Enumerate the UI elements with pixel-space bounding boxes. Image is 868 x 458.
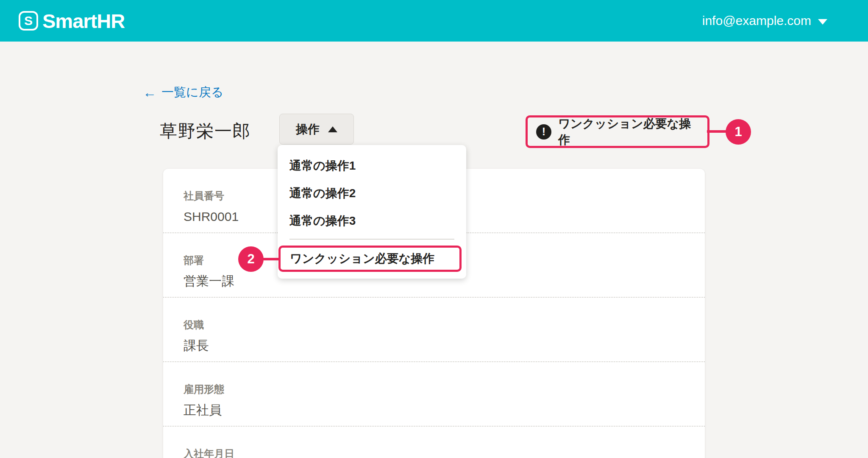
menu-item-normal-1[interactable]: 通常の操作1 — [278, 152, 466, 179]
field-row-position: 役職 課長 — [163, 298, 705, 362]
brand-wordmark: SmartHR — [42, 9, 125, 33]
back-link-label: 一覧に戻る — [161, 84, 223, 101]
actions-button-label: 操作 — [296, 121, 320, 137]
chevron-up-icon — [328, 126, 337, 132]
actions-dropdown-button[interactable]: 操作 — [279, 114, 354, 145]
logo-letter: S — [24, 14, 33, 27]
callout-label: ワンクッション必要な操作 — [558, 116, 699, 148]
actions-dropdown-menu: 通常の操作1 通常の操作2 通常の操作3 ワンクッション必要な操作 — [278, 145, 466, 279]
field-label: 雇用形態 — [184, 384, 684, 394]
menu-item-cautioned[interactable]: ワンクッション必要な操作 — [281, 248, 434, 270]
annotation-badge-2: 2 — [238, 246, 264, 272]
app-header: S SmartHR info@example.com — [0, 0, 868, 42]
exclamation-icon: ! — [536, 124, 551, 140]
smarthr-logo[interactable]: S SmartHR — [19, 9, 125, 33]
field-value: 課長 — [184, 339, 684, 352]
annotation-badge-1: 1 — [726, 119, 751, 145]
field-row-hire-date: 入社年月日 — [163, 427, 705, 458]
field-value: 正社員 — [184, 404, 684, 416]
menu-item-normal-3[interactable]: 通常の操作3 — [278, 207, 466, 235]
account-menu[interactable]: info@example.com — [702, 14, 827, 28]
field-row-employment-type: 雇用形態 正社員 — [163, 362, 705, 427]
menu-divider — [289, 239, 454, 240]
field-label: 入社年月日 — [184, 449, 684, 458]
field-label: 役職 — [184, 320, 684, 330]
caution-callout: ! ワンクッション必要な操作 — [526, 115, 709, 148]
annotation-connector-1 — [707, 130, 728, 133]
menu-item-normal-2[interactable]: 通常の操作2 — [278, 179, 466, 207]
account-email: info@example.com — [702, 14, 811, 28]
chevron-down-icon — [818, 19, 827, 25]
left-arrow-icon: ← — [143, 86, 156, 99]
smarthr-logo-icon: S — [19, 11, 38, 31]
annotation-box-2: ワンクッション必要な操作 — [278, 246, 462, 272]
page-title: 草野栄一郎 — [160, 120, 251, 143]
back-to-list-link[interactable]: ← 一覧に戻る — [143, 84, 223, 101]
